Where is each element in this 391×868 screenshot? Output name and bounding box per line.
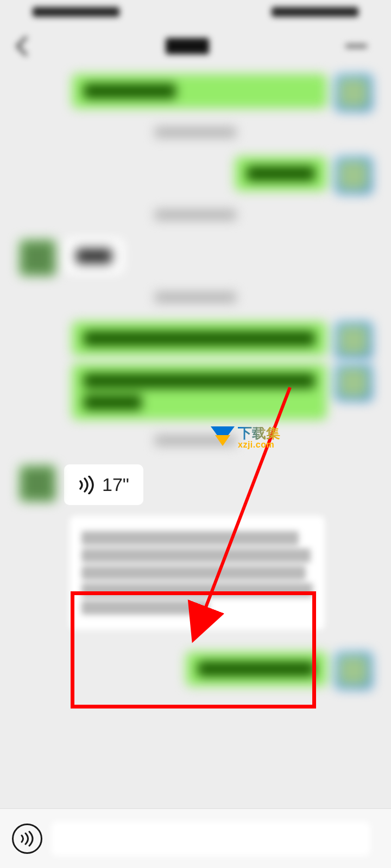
avatar-other[interactable] <box>18 464 56 502</box>
avatar-self[interactable] <box>335 363 373 401</box>
chat-messages[interactable]: 17" <box>0 68 391 758</box>
message-received[interactable] <box>0 235 391 280</box>
more-button[interactable] <box>345 44 367 48</box>
timestamp-separator <box>0 127 391 141</box>
message-sent[interactable] <box>0 362 391 423</box>
chevron-left-icon <box>15 36 27 56</box>
message-sent[interactable] <box>0 318 391 362</box>
bubble-sent <box>72 321 327 356</box>
avatar-self[interactable] <box>335 652 373 690</box>
voice-transcript[interactable] <box>70 516 325 630</box>
avatar-other[interactable] <box>18 239 56 277</box>
message-sent[interactable] <box>0 153 391 197</box>
text-input[interactable] <box>51 821 370 856</box>
message-sent[interactable] <box>0 648 391 693</box>
voice-input-button[interactable] <box>12 824 42 854</box>
bubble-sent <box>235 156 327 191</box>
screen-root: 17" <box>0 0 391 868</box>
input-bar <box>0 808 391 868</box>
avatar-self[interactable] <box>335 74 373 112</box>
timestamp-separator <box>0 209 391 224</box>
bubble-sent <box>186 652 327 686</box>
status-left <box>33 7 119 17</box>
avatar-self[interactable] <box>335 156 373 194</box>
voice-duration: 17" <box>102 474 129 495</box>
status-right <box>272 7 358 17</box>
bubble-sent <box>72 363 327 420</box>
timestamp-separator <box>0 435 391 449</box>
message-voice-received[interactable]: 17" <box>0 461 391 508</box>
bubble-sent <box>72 74 327 108</box>
chat-title <box>166 38 209 54</box>
status-bar <box>0 0 391 24</box>
back-button[interactable] <box>13 38 29 54</box>
bubble-received <box>64 239 124 273</box>
timestamp-separator <box>0 292 391 306</box>
message-sent[interactable] <box>0 71 391 115</box>
sound-wave-icon <box>19 831 35 847</box>
sound-wave-icon <box>78 476 94 494</box>
voice-bubble[interactable]: 17" <box>64 464 143 505</box>
chat-nav-bar <box>0 24 391 68</box>
avatar-self[interactable] <box>335 321 373 359</box>
